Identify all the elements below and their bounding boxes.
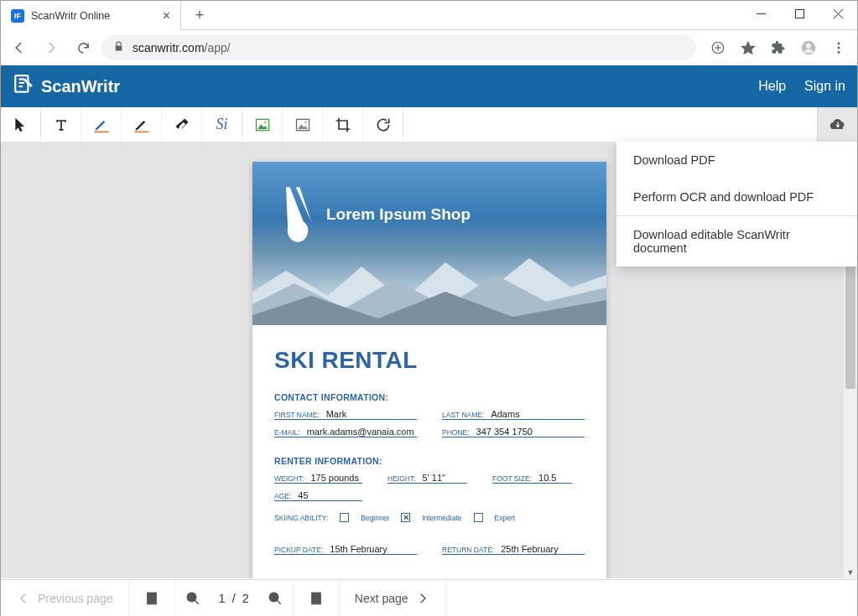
phone-value: 347 354 1750 xyxy=(476,427,533,437)
svg-line-33 xyxy=(195,600,199,604)
document-body: SKI RENTAL CONTACT INFORMATION: FIRST NA… xyxy=(252,325,606,577)
download-editable-item[interactable]: Download editable ScanWritr document xyxy=(616,216,857,267)
svg-point-9 xyxy=(806,44,811,49)
reload-button[interactable] xyxy=(70,34,96,61)
svg-rect-1 xyxy=(795,9,803,18)
first-name-value: Mark xyxy=(326,409,346,419)
svg-marker-20 xyxy=(257,124,268,129)
svg-rect-18 xyxy=(134,131,148,132)
forward-button[interactable] xyxy=(38,34,65,61)
download-pdf-item[interactable]: Download PDF xyxy=(616,142,857,179)
ski-logo-icon xyxy=(278,185,318,244)
signature-tool[interactable]: Si xyxy=(202,107,242,142)
svg-marker-23 xyxy=(298,124,308,129)
back-button[interactable] xyxy=(6,34,33,61)
window-titlebar: IF ScanWritr Online × + xyxy=(1,1,857,30)
first-page-button[interactable] xyxy=(129,580,175,616)
next-page-button[interactable]: Next page xyxy=(340,580,446,616)
extensions-icon[interactable] xyxy=(765,34,792,61)
zoom-out-button[interactable] xyxy=(175,591,211,606)
page-counter: 1 / 2 xyxy=(211,592,257,605)
svg-point-24 xyxy=(304,121,306,123)
rotate-tool[interactable] xyxy=(363,107,403,142)
browser-tab[interactable]: IF ScanWritr Online × xyxy=(1,2,181,30)
age-value: 45 xyxy=(298,490,308,500)
marker-tool[interactable] xyxy=(122,107,162,142)
add-page-button[interactable] xyxy=(294,580,340,616)
scroll-down-icon[interactable]: ▼ xyxy=(844,566,857,578)
app-logo[interactable]: ScanWritr xyxy=(13,74,120,99)
maximize-button[interactable] xyxy=(780,1,819,26)
chevron-left-icon xyxy=(16,591,31,606)
email-value: mark.adams@vanaia.com xyxy=(307,427,414,437)
image-tool[interactable] xyxy=(242,107,283,142)
svg-line-36 xyxy=(277,600,281,604)
section-contact: CONTACT INFORMATION: xyxy=(274,392,585,402)
address-bar[interactable]: scanwritr.com/app/ xyxy=(101,35,696,60)
hero-title: Lorem Ipsum Shop xyxy=(326,205,471,224)
browser-toolbar: scanwritr.com/app/ xyxy=(1,30,857,65)
document-page[interactable]: Lorem Ipsum Shop SKI RENTAL CONTACT INFO… xyxy=(252,162,606,578)
star-icon[interactable] xyxy=(735,34,762,61)
pagination-footer: Previous page 1 / 2 Next page xyxy=(1,579,857,616)
lock-icon xyxy=(113,40,124,55)
text-tool[interactable] xyxy=(41,107,81,142)
add-page-icon[interactable] xyxy=(705,34,731,61)
crop-tool[interactable] xyxy=(323,107,363,142)
close-window-button[interactable] xyxy=(819,1,857,26)
eraser-tool[interactable] xyxy=(162,107,202,142)
chevron-right-icon xyxy=(415,591,430,606)
cursor-tool[interactable] xyxy=(1,107,41,142)
tab-title: ScanWritr Online xyxy=(31,10,156,22)
return-value: 25th February xyxy=(501,544,558,554)
document-title: SKI RENTAL xyxy=(274,347,585,374)
profile-icon[interactable] xyxy=(795,34,822,61)
logo-text: ScanWritr xyxy=(41,77,120,96)
menu-icon[interactable] xyxy=(825,34,852,61)
svg-point-21 xyxy=(263,121,266,123)
app-header: ScanWritr Help Sign in xyxy=(1,65,857,107)
minimize-button[interactable] xyxy=(741,1,780,26)
close-tab-icon[interactable]: × xyxy=(163,8,170,23)
previous-page-button[interactable]: Previous page xyxy=(1,580,129,616)
signin-link[interactable]: Sign in xyxy=(804,79,845,94)
checkbox-expert xyxy=(474,513,483,522)
svg-point-11 xyxy=(838,47,840,49)
download-button[interactable] xyxy=(817,107,857,142)
svg-rect-17 xyxy=(94,131,108,132)
height-value: 5' 11" xyxy=(423,473,445,483)
svg-point-10 xyxy=(838,42,840,44)
url-text: scanwritr.com/app/ xyxy=(133,41,231,54)
section-renter: RENTER INFORMATION: xyxy=(274,456,585,466)
foot-value: 10.5 xyxy=(538,473,556,483)
editor-toolbar: Si xyxy=(1,107,857,142)
weight-value: 175 pounds xyxy=(310,473,359,483)
help-link[interactable]: Help xyxy=(758,79,786,94)
checkbox-intermediate: ✕ xyxy=(401,513,410,522)
svg-point-12 xyxy=(838,51,840,54)
svg-marker-7 xyxy=(742,42,755,54)
download-dropdown: Download PDF Perform OCR and download PD… xyxy=(616,142,857,267)
download-ocr-pdf-item[interactable]: Perform OCR and download PDF xyxy=(616,179,857,215)
favicon: IF xyxy=(11,9,24,23)
pen-tool[interactable] xyxy=(81,107,122,142)
last-name-value: Adams xyxy=(491,409,519,419)
logo-icon xyxy=(13,74,34,99)
pickup-value: 15th February xyxy=(330,544,387,554)
document-hero: Lorem Ipsum Shop xyxy=(252,162,606,325)
checkbox-beginner xyxy=(340,513,349,522)
new-tab-button[interactable]: + xyxy=(188,3,211,27)
image-gray-tool[interactable] xyxy=(283,107,323,142)
zoom-in-button[interactable] xyxy=(257,591,293,606)
